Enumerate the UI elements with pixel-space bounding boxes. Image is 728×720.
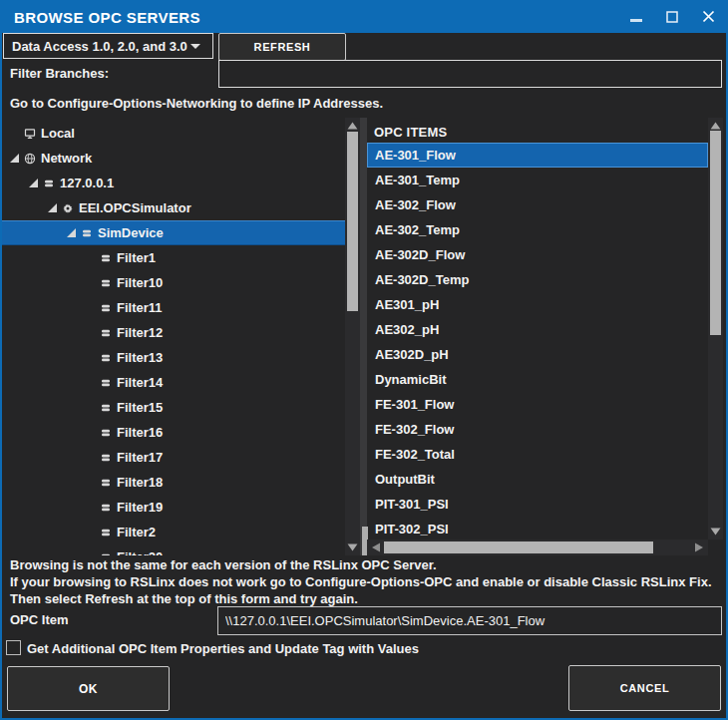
filter-branches-label: Filter Branches: <box>10 66 109 81</box>
tree-item-Filter11[interactable]: Filter11 <box>2 295 345 320</box>
filter-branches-input[interactable] <box>218 60 722 88</box>
scroll-up-icon[interactable] <box>347 121 358 131</box>
opc-item-label-text: FE-302_Total <box>375 447 455 462</box>
tree-item-Filter12[interactable]: Filter12 <box>2 320 345 345</box>
opc-item-AE-302D_Flow[interactable]: AE-302D_Flow <box>367 242 708 267</box>
scroll-right-icon[interactable] <box>694 542 704 552</box>
tree-item-Filter14[interactable]: Filter14 <box>2 370 345 395</box>
opc-list-hscrollbar[interactable] <box>367 540 708 555</box>
tree-item-Filter18[interactable]: Filter18 <box>2 470 345 495</box>
opc-item-label-text: AE301_pH <box>375 297 439 312</box>
opc-item-label: OPC Item <box>10 612 69 627</box>
opc-item-AE-301_Flow[interactable]: AE-301_Flow <box>367 143 708 168</box>
expander-icon[interactable] <box>67 228 76 237</box>
server-icon <box>100 327 112 339</box>
opc-list-hscrollbar-thumb[interactable] <box>384 541 653 553</box>
server-icon <box>100 551 112 556</box>
tree-item-Filter16[interactable]: Filter16 <box>2 420 345 445</box>
tree-item-Filter20[interactable]: Filter20 <box>2 544 345 555</box>
tree-item-Filter2[interactable]: Filter2 <box>2 520 345 544</box>
opc-item-FE-302_Flow[interactable]: FE-302_Flow <box>367 417 708 442</box>
close-button[interactable] <box>690 2 726 33</box>
server-icon <box>100 377 112 389</box>
opc-items-header: OPC ITEMS <box>367 121 708 143</box>
opc-item-label-text: PIT-301_PSI <box>375 497 449 512</box>
opc-item-PIT-301_PSI[interactable]: PIT-301_PSI <box>367 492 708 517</box>
tree-item-label: Filter2 <box>117 525 156 540</box>
expander-icon[interactable] <box>29 179 38 187</box>
data-access-dropdown[interactable]: Data Access 1.0, 2.0, and 3.0 <box>3 33 213 59</box>
server-icon <box>100 277 112 289</box>
server-icon <box>100 477 112 489</box>
tree-item-Filter1[interactable]: Filter1 <box>2 245 345 270</box>
tree-item-label: Filter13 <box>117 350 163 365</box>
titlebar: BROWSE OPC SERVERS <box>2 2 726 33</box>
opc-item-label-text: AE-302D_Flow <box>375 247 465 262</box>
opc-item-label-text: AE302_pH <box>375 322 439 337</box>
opc-item-FE-302_Total[interactable]: FE-302_Total <box>367 442 708 467</box>
window-controls <box>618 2 726 33</box>
tree-item-Network[interactable]: Network <box>2 146 345 171</box>
additional-props-checkbox[interactable] <box>6 640 21 655</box>
scroll-left-icon[interactable] <box>371 542 381 552</box>
caret-down-icon <box>190 44 200 49</box>
opc-list-scrollbar[interactable] <box>708 118 723 540</box>
tree-item-label: Filter14 <box>117 375 163 390</box>
tree-item-Filter10[interactable]: Filter10 <box>2 270 345 295</box>
tree-scrollbar-thumb[interactable] <box>347 132 358 311</box>
tree-item-EEI.OPCSimulator[interactable]: EEI.OPCSimulator <box>2 195 345 220</box>
tree-item-Filter19[interactable]: Filter19 <box>2 495 345 520</box>
opc-item-label-text: AE-301_Flow <box>375 148 456 163</box>
scroll-down-icon[interactable] <box>347 542 358 552</box>
tree-scrollbar[interactable] <box>345 118 360 555</box>
tree-item-SimDevice[interactable]: SimDevice <box>2 220 345 245</box>
opc-item-label-text: AE302D_pH <box>375 347 449 362</box>
scroll-up-icon[interactable] <box>710 121 721 131</box>
opc-item-FE-301_Flow[interactable]: FE-301_Flow <box>367 392 708 417</box>
server-tree: LocalNetwork127.0.0.1EEI.OPCSimulatorSim… <box>2 118 345 555</box>
server-icon <box>100 252 112 264</box>
opc-item-PIT-302_PSI[interactable]: PIT-302_PSI <box>367 517 708 540</box>
opc-item-label-text: AE-301_Temp <box>375 173 460 187</box>
tree-item-127.0.0.1[interactable]: 127.0.0.1 <box>2 171 345 195</box>
tree-item-Local[interactable]: Local <box>2 121 345 146</box>
additional-props-label: Get Additional OPC Item Properties and U… <box>27 641 419 656</box>
opc-item-AE302D_pH[interactable]: AE302D_pH <box>367 342 708 367</box>
ok-button[interactable]: OK <box>7 666 170 711</box>
opc-item-OutputBit[interactable]: OutputBit <box>367 467 708 492</box>
opc-items-list: OPC ITEMS AE-301_FlowAE-301_TempAE-302_F… <box>367 118 708 540</box>
opc-item-AE302_pH[interactable]: AE302_pH <box>367 317 708 342</box>
server-icon <box>100 502 112 514</box>
gear-icon <box>62 202 74 214</box>
opc-item-AE301_pH[interactable]: AE301_pH <box>367 292 708 317</box>
expander-icon[interactable] <box>10 154 19 163</box>
opc-item-label-text: AE-302_Temp <box>375 222 460 237</box>
opc-item-AE-301_Temp[interactable]: AE-301_Temp <box>367 168 708 192</box>
maximize-button[interactable] <box>654 2 690 33</box>
tree-item-label: Local <box>41 126 75 141</box>
tree-item-label: Filter19 <box>117 500 163 515</box>
browse-opc-servers-window: BROWSE OPC SERVERS Data Access 1.0, 2.0,… <box>0 0 728 720</box>
expander-icon[interactable] <box>48 203 57 212</box>
opc-list-scrollbar-thumb[interactable] <box>710 131 721 335</box>
monitor-icon <box>24 128 36 140</box>
tree-item-label: Filter18 <box>117 475 163 490</box>
opc-item-DynamicBit[interactable]: DynamicBit <box>367 367 708 392</box>
refresh-button[interactable]: REFRESH <box>218 33 346 61</box>
help-text: Browsing is not the same for each versio… <box>10 556 712 607</box>
minimize-icon <box>630 9 642 27</box>
scroll-down-icon[interactable] <box>710 527 721 537</box>
opc-item-AE-302D_Temp[interactable]: AE-302D_Temp <box>367 267 708 292</box>
minimize-button[interactable] <box>618 2 654 33</box>
tree-item-Filter15[interactable]: Filter15 <box>2 395 345 420</box>
tree-item-Filter17[interactable]: Filter17 <box>2 445 345 470</box>
tree-item-Filter13[interactable]: Filter13 <box>2 345 345 370</box>
opc-item-input[interactable] <box>217 606 722 635</box>
tree-item-label: Filter17 <box>117 450 163 465</box>
cancel-button[interactable]: CANCEL <box>568 665 721 711</box>
opc-item-AE-302_Temp[interactable]: AE-302_Temp <box>367 217 708 242</box>
tree-item-label: Filter10 <box>117 275 163 290</box>
tree-item-label: Filter15 <box>117 400 163 415</box>
opc-item-AE-302_Flow[interactable]: AE-302_Flow <box>367 192 708 217</box>
server-icon <box>100 352 112 364</box>
